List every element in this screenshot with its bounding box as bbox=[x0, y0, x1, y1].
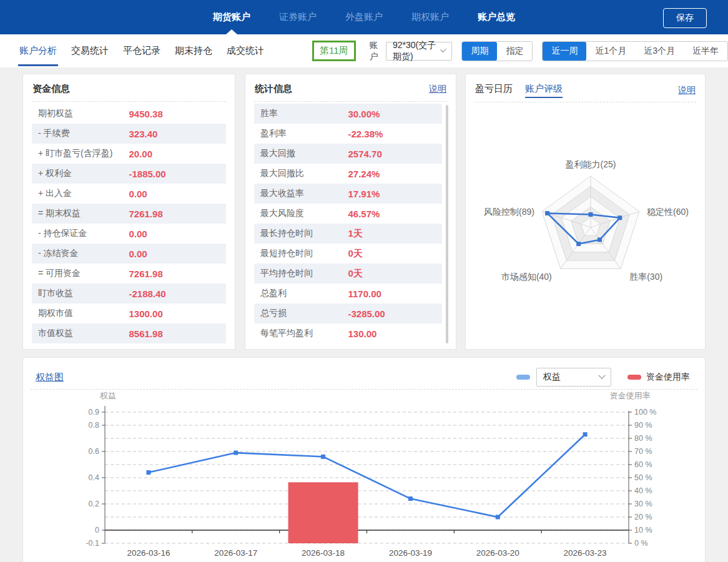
table-row: 盈利率-22.38% bbox=[254, 124, 442, 144]
row-value: -1885.00 bbox=[129, 169, 166, 179]
stats-panel-title: 统计信息 bbox=[255, 83, 292, 95]
rating-help-link[interactable]: 说明 bbox=[678, 85, 696, 96]
table-row: 最大收益率17.91% bbox=[254, 184, 442, 204]
row-label: 胜率 bbox=[254, 108, 348, 119]
left-axis-name: 权益 bbox=[99, 391, 116, 400]
table-row: 最长持仓时间1天 bbox=[254, 224, 442, 244]
rating-tab[interactable]: 盈亏日历 bbox=[475, 83, 513, 98]
row-value: -22.38% bbox=[348, 129, 383, 139]
line-data-point bbox=[496, 515, 500, 520]
row-label: - 手续费 bbox=[32, 128, 129, 139]
row-value: -3285.00 bbox=[348, 308, 385, 319]
row-value: 30.00% bbox=[348, 109, 380, 119]
row-value: 323.40 bbox=[129, 129, 158, 139]
table-row: 期权市值1300.00 bbox=[32, 303, 226, 323]
right-axis-tick-label: 70 % bbox=[634, 447, 652, 456]
divider bbox=[254, 101, 447, 102]
account-label: 账户 bbox=[370, 40, 381, 62]
main-nav-item[interactable]: 证券账户 bbox=[279, 0, 317, 34]
radar-axis-label: 稳定性(60) bbox=[647, 207, 689, 217]
range-button[interactable]: 近半年 bbox=[684, 42, 727, 61]
left-axis-tick-label: 0.4 bbox=[89, 473, 99, 482]
sub-tab[interactable]: 平仓记录 bbox=[122, 34, 162, 67]
table-row: + 权利金-1885.00 bbox=[32, 164, 226, 184]
sub-tab[interactable]: 账户分析 bbox=[18, 34, 58, 67]
right-axis-tick-label: 0 % bbox=[634, 539, 648, 548]
save-button[interactable]: 保存 bbox=[663, 8, 707, 28]
row-value: 130.00 bbox=[348, 328, 377, 339]
table-row: 每笔平均盈利130.00 bbox=[254, 323, 442, 343]
row-label: 平均持仓时间 bbox=[254, 268, 348, 279]
row-value: 7261.98 bbox=[129, 209, 163, 219]
table-row: - 冻结资金0.00 bbox=[32, 244, 226, 264]
row-value: 7261.98 bbox=[129, 269, 163, 279]
right-axis-name: 资金使用率 bbox=[610, 391, 651, 400]
right-axis-tick-label: 40 % bbox=[634, 486, 652, 495]
sub-tab[interactable]: 成交统计 bbox=[225, 34, 265, 67]
main-nav-item[interactable]: 外盘账户 bbox=[345, 0, 383, 34]
sub-tab[interactable]: 交易统计 bbox=[70, 34, 110, 67]
row-value: 0天 bbox=[348, 248, 363, 260]
mode-button[interactable]: 指定 bbox=[497, 42, 532, 61]
table-row: = 可用资金7261.98 bbox=[32, 264, 226, 283]
row-label: 每笔平均盈利 bbox=[254, 328, 348, 339]
main-nav-item[interactable]: 账户总览 bbox=[478, 0, 515, 34]
range-button[interactable]: 近3个月 bbox=[635, 42, 684, 61]
row-label: 总亏损 bbox=[254, 308, 348, 319]
line-data-point bbox=[321, 455, 325, 459]
table-row: 最大回撤比27.24% bbox=[254, 164, 442, 184]
left-axis-tick-label: 0 bbox=[95, 526, 99, 535]
row-value: -2188.40 bbox=[129, 288, 166, 299]
x-axis-label: 2026-03-16 bbox=[127, 548, 170, 558]
account-select-value: 92*30(交子期货) bbox=[393, 40, 441, 62]
x-axis-label: 2026-03-17 bbox=[214, 548, 257, 558]
row-label: 期初权益 bbox=[32, 108, 129, 119]
equity-chart-link[interactable]: 权益图 bbox=[36, 372, 64, 383]
range-button[interactable]: 近一周 bbox=[543, 42, 586, 61]
left-axis-tick-label: 0.8 bbox=[89, 421, 99, 430]
table-row: - 手续费323.40 bbox=[32, 124, 226, 144]
scrollbar[interactable] bbox=[446, 105, 448, 343]
stats-help-link[interactable]: 说明 bbox=[429, 84, 446, 95]
row-value: 27.24% bbox=[348, 169, 380, 179]
fund-info-panel: 资金信息 期初权益9450.38- 手续费323.40+ 盯市盈亏(含浮盈)20… bbox=[22, 74, 235, 350]
fund-usage-legend-swatch bbox=[627, 375, 641, 380]
right-axis-tick-label: 50 % bbox=[634, 473, 652, 482]
line-data-point bbox=[234, 451, 238, 455]
right-axis-tick-label: 20 % bbox=[634, 513, 652, 521]
range-button[interactable]: 近1个月 bbox=[586, 42, 635, 61]
x-axis-label: 2026-03-23 bbox=[564, 548, 607, 558]
table-row: 总亏损-3285.00 bbox=[254, 303, 442, 323]
row-value: 1300.00 bbox=[129, 308, 163, 319]
rating-radar-chart: 盈利能力(25)稳定性(60)胜率(30)市场感知(40)风险控制(89) bbox=[466, 102, 705, 340]
chart-legend: 权益 资金使用率 bbox=[516, 368, 690, 387]
right-axis-tick-label: 90 % bbox=[634, 421, 652, 430]
row-label: 期权市值 bbox=[32, 308, 129, 319]
row-label: + 出入金 bbox=[32, 188, 129, 199]
row-label: 最大回撤 bbox=[254, 148, 348, 159]
left-axis-tick-label: -0.1 bbox=[86, 539, 99, 548]
sub-tabs: 账户分析交易统计平仓记录期末持仓成交统计 bbox=[18, 34, 277, 67]
right-axis-tick-label: 60 % bbox=[634, 460, 652, 469]
series-select[interactable]: 权益 bbox=[536, 368, 611, 387]
left-axis-tick-label: 0.2 bbox=[89, 500, 99, 508]
table-row: 最短持仓时间0天 bbox=[254, 244, 442, 264]
table-row: + 出入金0.00 bbox=[32, 184, 226, 204]
row-value: 0.00 bbox=[129, 189, 147, 199]
fund-rows: 期初权益9450.38- 手续费323.40+ 盯市盈亏(含浮盈)20.00+ … bbox=[32, 104, 226, 343]
rating-tab[interactable]: 账户评级 bbox=[525, 83, 563, 98]
mode-button[interactable]: 周期 bbox=[462, 42, 497, 61]
account-select[interactable]: 92*30(交子期货) bbox=[386, 42, 452, 61]
main-nav-item[interactable]: 期货账户 bbox=[213, 0, 250, 34]
row-label: 盯市收益 bbox=[32, 288, 129, 299]
sub-tab[interactable]: 期末持仓 bbox=[174, 34, 214, 67]
radar-axis-label: 胜率(30) bbox=[629, 272, 662, 282]
row-value: 0天 bbox=[348, 268, 363, 280]
row-label: 最大回撤比 bbox=[254, 168, 348, 179]
row-label: 最长持仓时间 bbox=[254, 228, 348, 239]
main-nav-item[interactable]: 期权账户 bbox=[411, 0, 449, 34]
table-row: + 盯市盈亏(含浮盈)20.00 bbox=[32, 144, 226, 164]
table-row: 平均持仓时间0天 bbox=[254, 264, 442, 283]
row-label: 最短持仓时间 bbox=[254, 248, 348, 259]
row-label: + 盯市盈亏(含浮盈) bbox=[32, 148, 129, 159]
